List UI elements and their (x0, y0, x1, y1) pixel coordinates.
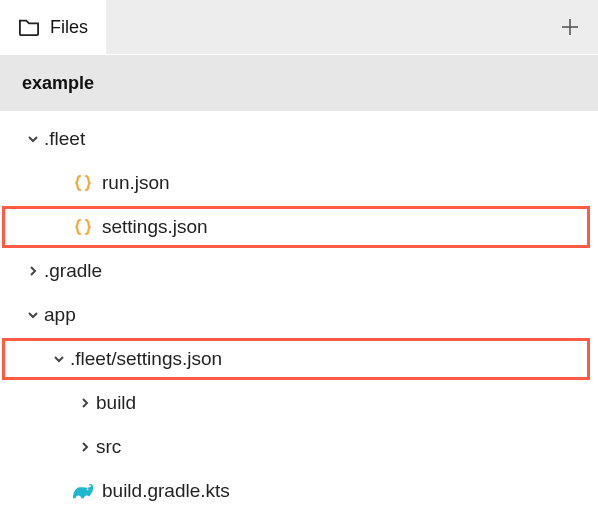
files-tab[interactable]: Files (0, 0, 106, 54)
tree-item-label: build (96, 392, 136, 414)
add-icon[interactable] (560, 17, 580, 37)
folder-icon (18, 17, 40, 37)
tree-file-build-gradle-kts[interactable]: build.gradle.kts (0, 469, 598, 513)
tree-folder-build[interactable]: build (0, 381, 598, 425)
tree-folder-app-fleet-settings[interactable]: .fleet/settings.json (0, 337, 598, 381)
tree-item-label: src (96, 436, 121, 458)
chevron-right-icon (74, 440, 96, 454)
tree-item-label: .fleet/settings.json (70, 348, 222, 370)
chevron-down-icon (22, 132, 44, 146)
tree-folder-app[interactable]: app (0, 293, 598, 337)
json-icon (70, 173, 96, 193)
json-icon (70, 217, 96, 237)
tree-item-label: app (44, 304, 76, 326)
gradle-icon (70, 482, 96, 500)
tree-file-run-json[interactable]: run.json (0, 161, 598, 205)
project-root-label: example (22, 73, 94, 94)
tree-item-label: build.gradle.kts (102, 480, 230, 502)
header-spacer (106, 0, 598, 54)
tree-item-label: .gradle (44, 260, 102, 282)
chevron-right-icon (22, 264, 44, 278)
tree-file-settings-json[interactable]: settings.json (0, 205, 598, 249)
chevron-down-icon (22, 308, 44, 322)
chevron-right-icon (74, 396, 96, 410)
project-root[interactable]: example (0, 55, 598, 111)
chevron-down-icon (48, 352, 70, 366)
tree-folder-gradle[interactable]: .gradle (0, 249, 598, 293)
files-tab-label: Files (50, 17, 88, 38)
tree-item-label: run.json (102, 172, 170, 194)
tree-item-label: settings.json (102, 216, 208, 238)
file-tree: .fleet run.json settings.json .gradle (0, 111, 598, 513)
tree-folder-fleet[interactable]: .fleet (0, 117, 598, 161)
panel-header: Files (0, 0, 598, 55)
tree-item-label: .fleet (44, 128, 85, 150)
tree-folder-src[interactable]: src (0, 425, 598, 469)
